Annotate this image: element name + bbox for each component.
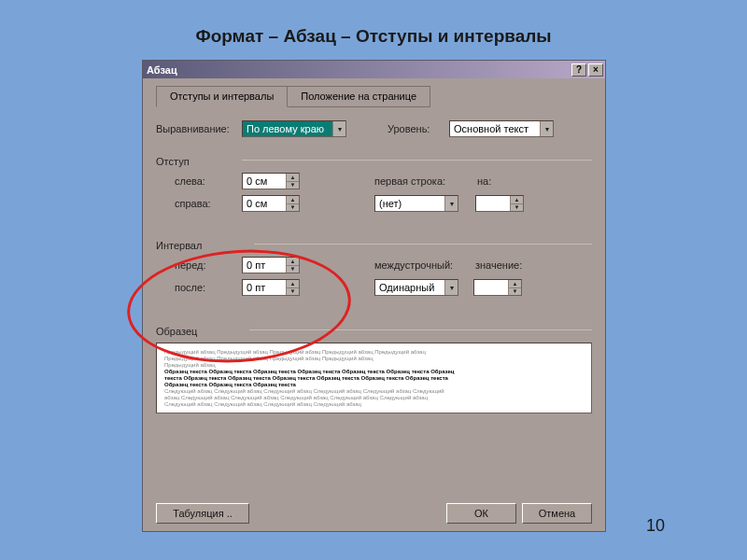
page-right-number: 10	[646, 516, 665, 536]
at-label: значение:	[475, 259, 528, 271]
help-button[interactable]: ?	[571, 63, 586, 77]
spacing-before-label: перед:	[175, 259, 242, 271]
dropdown-icon[interactable]	[332, 121, 345, 136]
by-value	[476, 196, 510, 211]
line-spacing-select[interactable]: Одинарный	[374, 279, 458, 296]
spinner-icon[interactable]: ▲▼	[510, 196, 523, 211]
alignment-select[interactable]: По левому краю	[242, 120, 346, 137]
line-spacing-value: Одинарный	[375, 280, 444, 295]
sample-group-label: Образец	[156, 326, 197, 337]
first-line-select[interactable]: (нет)	[374, 195, 458, 212]
close-button[interactable]: ×	[588, 63, 603, 77]
cancel-button[interactable]: Отмена	[522, 503, 592, 524]
alignment-value: По левому краю	[243, 121, 332, 136]
spacing-after-label: после:	[175, 282, 242, 293]
indent-group-label: Отступ	[156, 156, 190, 167]
at-input[interactable]: ▲▼	[473, 279, 522, 296]
first-line-label: первая строка:	[374, 175, 460, 187]
by-label: на:	[477, 175, 514, 187]
level-select[interactable]: Основной текст	[449, 120, 554, 137]
indent-right-value: 0 см	[243, 196, 286, 211]
slide-title: Формат – Абзац – Отступы и интервалы	[0, 0, 747, 47]
indent-left-input[interactable]: 0 см ▲▼	[242, 173, 300, 189]
spacing-after-input[interactable]: 0 пт ▲▼	[242, 279, 300, 296]
spacing-before-input[interactable]: 0 пт ▲▼	[242, 257, 300, 273]
by-input[interactable]: ▲▼	[475, 195, 524, 212]
indent-left-label: слева:	[175, 175, 242, 187]
tab-indents[interactable]: Отступы и интервалы	[156, 86, 288, 107]
indent-right-input[interactable]: 0 см ▲▼	[242, 195, 300, 212]
spinner-icon[interactable]: ▲▼	[286, 196, 299, 211]
level-label: Уровень:	[388, 123, 449, 134]
spinner-icon[interactable]: ▲▼	[286, 258, 299, 273]
dialog-titlebar[interactable]: Абзац ? ×	[143, 61, 605, 78]
dialog-title: Абзац	[147, 64, 571, 76]
tab-position[interactable]: Положение на странице	[287, 86, 430, 107]
spacing-group-label: Интервал	[156, 240, 202, 251]
dropdown-icon[interactable]	[540, 121, 553, 136]
dropdown-icon[interactable]	[444, 196, 458, 211]
spinner-icon[interactable]: ▲▼	[286, 174, 299, 189]
paragraph-dialog: Абзац ? × Отступы и интервалы Положение …	[142, 60, 606, 532]
alignment-label: Выравнивание:	[156, 123, 242, 134]
spinner-icon[interactable]: ▲▼	[286, 280, 299, 295]
indent-right-label: справа:	[175, 198, 242, 209]
spacing-after-value: 0 пт	[243, 280, 286, 295]
tabs-button[interactable]: Табуляция ..	[156, 503, 249, 524]
indent-left-value: 0 см	[243, 174, 286, 189]
first-line-value: (нет)	[375, 196, 444, 211]
spacing-before-value: 0 пт	[243, 258, 286, 273]
spinner-icon[interactable]: ▲▼	[508, 280, 521, 295]
line-spacing-label: междустрочный:	[374, 259, 462, 271]
ok-button[interactable]: ОК	[446, 503, 516, 524]
preview-box: Предыдущий абзац Предыдущий абзац Предыд…	[156, 343, 592, 413]
level-value: Основной текст	[450, 121, 540, 136]
dropdown-icon[interactable]	[444, 280, 458, 295]
at-value	[474, 280, 508, 295]
